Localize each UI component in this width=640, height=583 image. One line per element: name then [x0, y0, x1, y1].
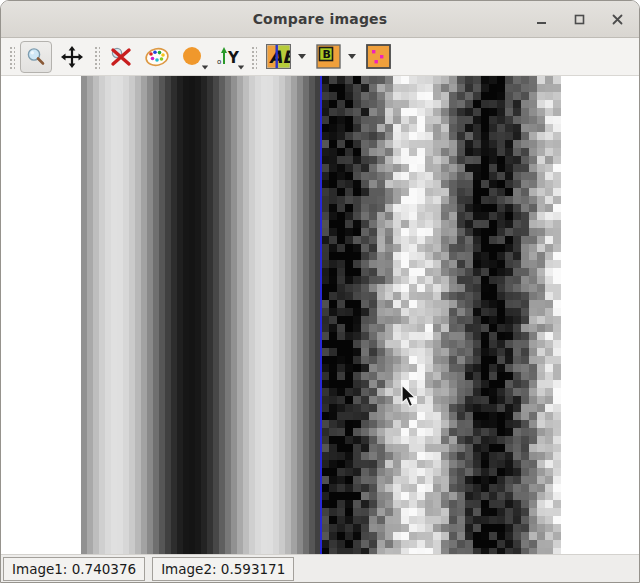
show-b-dropdown[interactable] [348, 41, 356, 73]
y-axis-button[interactable]: o Y [213, 41, 245, 73]
maximize-button[interactable] [567, 7, 591, 31]
compare-ab-button[interactable]: AB [262, 41, 294, 73]
pan-tool-button[interactable] [56, 41, 88, 73]
compare-images-window: Compare images [0, 0, 640, 583]
image1-value: Image1: 0.740376 [3, 557, 145, 581]
zoom-tool-button[interactable] [20, 41, 52, 73]
chevron-down-icon [298, 54, 306, 59]
minimize-icon [536, 14, 547, 25]
title-bar[interactable]: Compare images [1, 1, 639, 38]
zoom-off-button[interactable] [105, 41, 137, 73]
image2-value: Image2: 0.593171 [152, 557, 294, 581]
chevron-down-icon [238, 65, 244, 69]
chevron-down-icon [202, 65, 208, 69]
palette-button[interactable] [141, 41, 173, 73]
svg-text:Y: Y [227, 49, 240, 67]
minimize-button[interactable] [529, 7, 553, 31]
toolbar-separator [93, 45, 100, 69]
status-bar: Image1: 0.740376 Image2: 0.593171 [1, 554, 639, 582]
compare-ab-dropdown[interactable] [298, 41, 306, 73]
window-controls [529, 7, 629, 31]
maximize-icon [574, 14, 585, 25]
difference-button[interactable] [362, 41, 394, 73]
magnifier-icon [25, 46, 47, 68]
palette-icon [144, 45, 170, 69]
split-divider[interactable] [320, 76, 322, 554]
svg-text:o: o [217, 58, 221, 66]
move-icon [61, 46, 83, 68]
svg-text:AB: AB [269, 47, 291, 67]
no-zoom-icon [109, 45, 133, 69]
chevron-down-icon [348, 54, 356, 59]
show-b-button[interactable]: B [312, 41, 344, 73]
ab-split-icon: AB [266, 44, 291, 69]
dots-icon [366, 44, 391, 69]
svg-text:B: B [322, 48, 330, 61]
mouse-cursor [400, 384, 420, 410]
toolbar: o Y AB B [1, 38, 639, 76]
b-overlay-icon: B [316, 44, 341, 69]
close-icon [612, 14, 623, 25]
close-button[interactable] [605, 7, 629, 31]
toolbar-separator [8, 45, 15, 69]
toolbar-separator [250, 45, 257, 69]
image-compare-view [1, 76, 639, 554]
marker-color-button[interactable] [177, 41, 209, 73]
